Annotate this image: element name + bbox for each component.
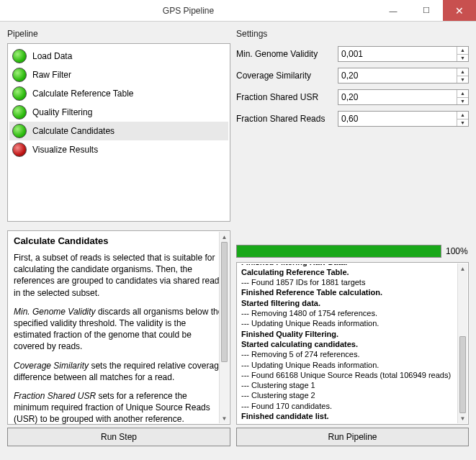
- setting-input[interactable]: [338, 112, 457, 126]
- log-line: Finished Reference Table calculation.: [241, 287, 464, 297]
- log-line: --- Found 66168 Unique Source Reads (tot…: [241, 370, 464, 380]
- spin-up-icon[interactable]: ▲: [457, 68, 468, 76]
- status-dot-icon: [12, 86, 27, 101]
- setting-label: Fraction Shared Reads: [236, 114, 333, 124]
- spin-down-icon[interactable]: ▼: [457, 76, 468, 84]
- log-line: --- Found 170 candidates.: [241, 401, 464, 411]
- progress-bar: [236, 245, 441, 258]
- description-p1: First, a subset of reads is selected tha…: [14, 252, 224, 299]
- log-line: --- Updating Unique Reads information.: [241, 360, 464, 370]
- description-p2: Min. Genome Validity discards all organi…: [14, 306, 224, 353]
- description-box: Calculate Candidates First, a subset of …: [7, 230, 230, 425]
- setting-label: Coverage Similarity: [236, 71, 333, 81]
- pipeline-step[interactable]: Load Data: [9, 47, 228, 66]
- log-line: Finished candidate list.: [241, 411, 464, 421]
- scroll-down-icon[interactable]: ▼: [220, 413, 229, 423]
- setting-input[interactable]: [338, 47, 457, 61]
- scroll-down-icon[interactable]: ▼: [458, 413, 467, 423]
- run-pipeline-button[interactable]: Run Pipeline: [236, 428, 469, 446]
- close-button[interactable]: ✕: [443, 0, 476, 21]
- scroll-thumb[interactable]: [459, 336, 466, 413]
- status-dot-icon: [12, 68, 27, 82]
- description-p3: Coverage Similarity sets the required re…: [14, 360, 224, 383]
- setting-input[interactable]: [338, 90, 457, 104]
- pipeline-step[interactable]: Quality Filtering: [9, 103, 228, 122]
- titlebar: GPS Pipeline — ☐ ✕: [0, 0, 476, 22]
- description-p4: Fraction Shared USR sets for a reference…: [14, 390, 224, 425]
- setting-input[interactable]: [338, 68, 457, 83]
- step-label: Raw Filter: [32, 70, 71, 80]
- log-scrollbar[interactable]: ▲ ▼: [457, 263, 467, 423]
- setting-spinner[interactable]: ▲▼: [338, 46, 469, 62]
- log-line: --- Removing 5 of 274 references.: [241, 349, 464, 359]
- pipeline-step[interactable]: Visualize Results: [9, 140, 228, 159]
- log-line: Started filtering data.: [241, 298, 464, 308]
- settings-grid: Min. Genome Validity▲▼Coverage Similarit…: [236, 46, 469, 127]
- spin-up-icon[interactable]: ▲: [457, 112, 468, 119]
- window-title: GPS Pipeline: [0, 6, 377, 16]
- log-box: --- Found 51802 reads with unique matche…: [238, 264, 467, 423]
- status-dot-icon: [12, 143, 27, 157]
- setting-spinner[interactable]: ▲▼: [338, 111, 469, 127]
- spin-up-icon[interactable]: ▲: [457, 47, 468, 55]
- setting-label: Min. Genome Validity: [236, 49, 333, 59]
- run-step-button[interactable]: Run Step: [7, 428, 230, 446]
- spin-down-icon[interactable]: ▼: [457, 55, 468, 62]
- step-label: Load Data: [32, 51, 72, 61]
- log-line: --- Clustering stage 1: [241, 380, 464, 390]
- setting-spinner[interactable]: ▲▼: [338, 89, 469, 105]
- pipeline-step[interactable]: Calculate Candidates: [9, 122, 228, 140]
- step-label: Quality Filtering: [32, 107, 92, 117]
- status-dot-icon: [12, 49, 27, 63]
- status-dot-icon: [12, 105, 27, 119]
- log-line: Finished Quality Filtering.: [241, 329, 464, 339]
- pipeline-step[interactable]: Raw Filter: [9, 66, 228, 84]
- setting-spinner[interactable]: ▲▼: [338, 68, 469, 84]
- status-dot-icon: [12, 124, 27, 138]
- pipeline-step[interactable]: Calculate Reference Table: [9, 84, 228, 103]
- progress-percent: 100%: [446, 246, 469, 256]
- spin-down-icon[interactable]: ▼: [457, 119, 468, 127]
- pipeline-label: Pipeline: [7, 29, 230, 39]
- settings-label: Settings: [236, 29, 469, 39]
- log-line: Started calculating candidates.: [241, 339, 464, 349]
- log-line: --- Found 1857 IDs for 1881 targets: [241, 277, 464, 287]
- log-line: --- Updating Unique Reads information.: [241, 318, 464, 328]
- step-label: Calculate Reference Table: [32, 89, 134, 99]
- scroll-up-icon[interactable]: ▲: [220, 232, 229, 242]
- log-line: --- Clustering stage 2: [241, 390, 464, 400]
- log-line: --- Removing 1480 of 1754 references.: [241, 308, 464, 318]
- log-line: Calculating Reference Table.: [241, 267, 464, 277]
- pipeline-steps: Load DataRaw FilterCalculate Reference T…: [7, 43, 230, 222]
- step-label: Visualize Results: [32, 145, 98, 155]
- scroll-thumb[interactable]: [221, 242, 228, 362]
- scroll-up-icon[interactable]: ▲: [458, 263, 467, 274]
- setting-label: Fraction Shared USR: [236, 92, 333, 102]
- spin-up-icon[interactable]: ▲: [457, 90, 468, 98]
- spin-down-icon[interactable]: ▼: [457, 98, 468, 105]
- description-title: Calculate Candidates: [14, 235, 224, 246]
- maximize-button[interactable]: ☐: [410, 0, 443, 21]
- minimize-button[interactable]: —: [377, 0, 410, 21]
- step-label: Calculate Candidates: [32, 126, 114, 136]
- description-scrollbar[interactable]: ▲ ▼: [219, 232, 229, 423]
